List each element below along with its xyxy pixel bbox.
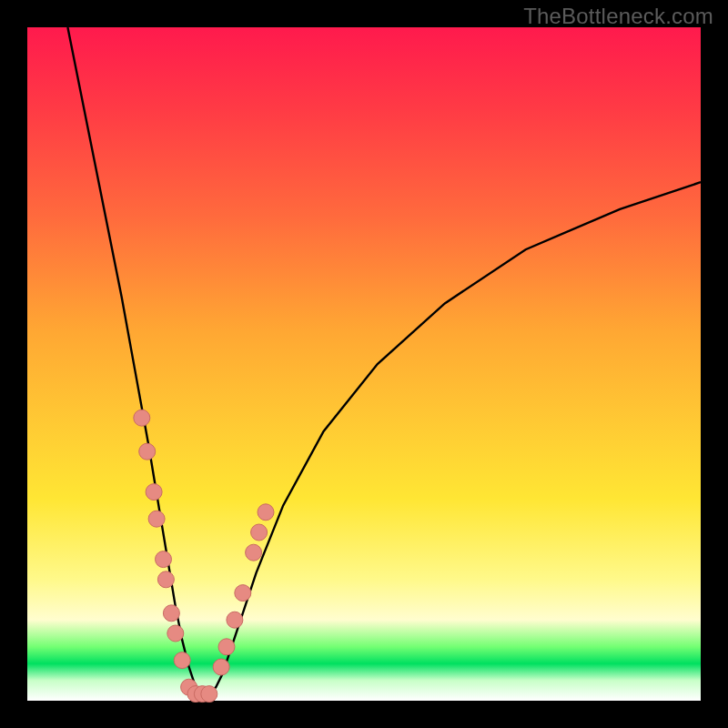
data-point: [174, 652, 190, 669]
chart-overlay: [27, 27, 701, 701]
data-point: [167, 625, 184, 642]
data-point: [258, 504, 274, 521]
chart-frame: TheBottleneck.com: [0, 0, 728, 728]
watermark-text: TheBottleneck.com: [523, 4, 713, 29]
data-point: [163, 605, 179, 622]
data-point: [227, 612, 243, 628]
data-point: [139, 443, 156, 460]
data-point: [213, 659, 229, 675]
data-point: [235, 585, 251, 602]
data-point: [146, 484, 162, 500]
bottleneck-curve: [67, 27, 701, 694]
data-point: [148, 511, 165, 527]
data-point: [201, 686, 217, 703]
data-point: [251, 524, 268, 541]
data-point: [246, 544, 262, 561]
sample-points: [134, 410, 274, 702]
data-point: [134, 410, 150, 426]
data-point: [218, 639, 235, 655]
data-point: [156, 551, 172, 568]
data-point: [157, 571, 174, 588]
